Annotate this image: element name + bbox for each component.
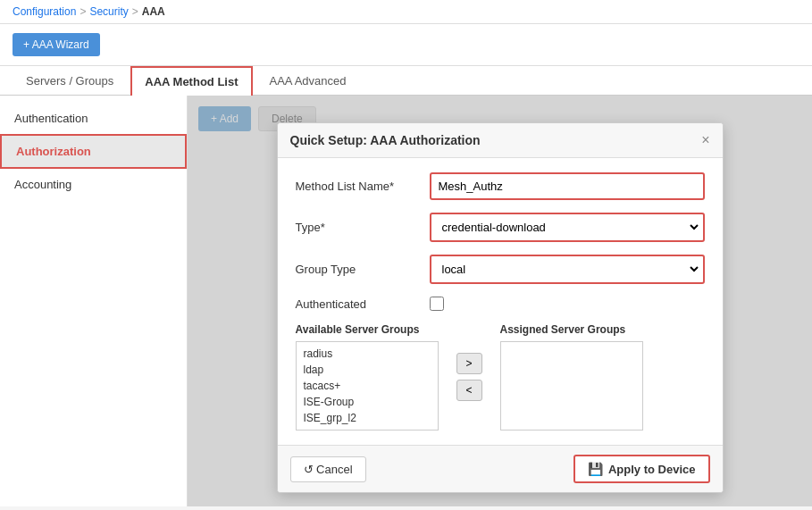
transfer-buttons: > < [449,323,490,431]
group-type-select-group: local radius ldap tacacs+ [430,255,705,284]
server-list-item-ise-grp-l2[interactable]: ISE_grp_l2 [300,410,434,426]
available-groups-label: Available Server Groups [296,323,439,336]
sidebar-item-authentication[interactable]: Authentication [0,103,187,134]
server-list-item-ise-group[interactable]: ISE-Group [300,394,434,410]
sidebar: Authentication Authorization Accounting [0,96,188,506]
modal-footer: ↺ Cancel 💾 Apply to Device [278,445,723,492]
assigned-server-groups-col: Assigned Server Groups [500,323,643,431]
available-server-list[interactable]: radius ldap tacacs+ ISE-Group ISE_grp_l2 [296,341,439,431]
transfer-forward-button[interactable]: > [456,353,482,374]
available-server-groups-col: Available Server Groups radius ldap taca… [296,323,439,431]
cancel-button[interactable]: ↺ Cancel [290,456,366,482]
authenticated-checkbox[interactable] [430,297,444,311]
breadcrumb-sep1: > [80,5,86,18]
breadcrumb-security[interactable]: Security [89,5,128,18]
content-area: Authentication Authorization Accounting … [0,96,812,506]
group-type-row: Group Type local radius ldap tacacs+ [296,255,705,284]
wizard-button[interactable]: + AAA Wizard [13,33,100,56]
group-type-label: Group Type [296,263,430,276]
method-list-name-label: Method List Name* [296,180,430,193]
group-type-select[interactable]: local radius ldap tacacs+ [433,258,701,280]
authenticated-row: Authenticated [296,297,705,311]
breadcrumb-current: AAA [142,5,165,18]
assigned-server-list[interactable] [500,341,643,431]
tab-row: Servers / Groups AAA Method List AAA Adv… [0,66,812,96]
server-list-item-tacacs[interactable]: tacacs+ [300,378,434,394]
method-list-name-field-group [430,172,705,200]
type-label: Type* [296,221,430,234]
tab-aaa-method-list[interactable]: AAA Method List [130,66,252,96]
modal-body: Method List Name* Type* credential-downl… [278,158,723,445]
modal-title: Quick Setup: AAA Authorization [290,133,481,147]
sidebar-item-authorization[interactable]: Authorization [0,134,187,169]
type-row: Type* credential-download network exec [296,213,705,242]
server-groups-row: Available Server Groups radius ldap taca… [296,323,705,431]
type-select-group: credential-download network exec [430,213,705,242]
method-list-name-row: Method List Name* [296,172,705,200]
apply-label: Apply to Device [608,463,696,476]
modal-dialog: Quick Setup: AAA Authorization × Method … [277,122,724,493]
breadcrumb-config[interactable]: Configuration [13,5,76,18]
server-list-item-ldap[interactable]: ldap [300,362,434,378]
assigned-groups-label: Assigned Server Groups [500,323,643,336]
tab-aaa-advanced[interactable]: AAA Advanced [256,66,360,95]
modal-backdrop: Quick Setup: AAA Authorization × Method … [188,96,812,506]
main-panel: + Add Delete Quick Setup: AAA Authorizat… [188,96,812,506]
sidebar-item-accounting[interactable]: Accounting [0,169,187,200]
apply-button[interactable]: 💾 Apply to Device [573,455,710,483]
transfer-back-button[interactable]: < [456,380,482,401]
breadcrumb: Configuration > Security > AAA [0,0,812,24]
tab-servers-groups[interactable]: Servers / Groups [13,66,127,95]
type-select[interactable]: credential-download network exec [433,216,701,238]
method-list-name-input[interactable] [433,176,701,196]
modal-close-button[interactable]: × [701,132,709,148]
toolbar: + AAA Wizard [0,24,812,66]
authenticated-label: Authenticated [296,297,430,311]
modal-header: Quick Setup: AAA Authorization × [278,123,723,158]
breadcrumb-sep2: > [132,5,138,18]
apply-icon: 💾 [588,462,603,476]
server-list-item-radius[interactable]: radius [300,346,434,362]
